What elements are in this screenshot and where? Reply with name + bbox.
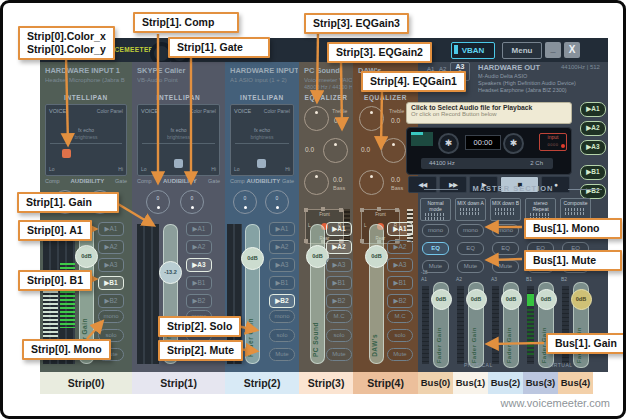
fader-track[interactable]: Fader Gain 0dB (245, 224, 260, 364)
bus-mode-button[interactable]: MIX down A (455, 198, 486, 221)
samplerate-label: 44100 Hz (429, 158, 455, 169)
comp-knob[interactable]: 0 (233, 190, 257, 214)
mute-button[interactable]: Mute (326, 348, 352, 361)
route-b2[interactable]: ▶B2 (269, 294, 295, 308)
bus-fader-track[interactable]: Fader Gain 0dB (538, 282, 554, 368)
route-a2[interactable]: ▶A2 (186, 240, 212, 254)
fader-knob[interactable]: -13.2 (159, 261, 182, 284)
solo-button[interactable]: solo (387, 329, 413, 342)
fader-track[interactable]: DAW's 0dB (369, 224, 384, 364)
intellipan-panel[interactable]: VOICE Color Panel fx echo brightness Lo … (230, 104, 294, 176)
bus-mute-button[interactable]: Mute (492, 260, 519, 273)
bus-eq-button[interactable]: EQ (492, 242, 519, 255)
mute-button[interactable]: Mute (269, 348, 295, 361)
mono-button[interactable]: mono (269, 310, 295, 323)
bus-fader-knob[interactable]: 0dB (536, 289, 557, 310)
bus-fader-knob[interactable]: 0dB (466, 289, 487, 310)
bus-fader-track[interactable]: Fader Gain 0dB (503, 282, 519, 368)
knob-dot (244, 206, 247, 209)
dynamics-labels: Comp AUDIBILITY Gate (137, 178, 220, 184)
fader-knob[interactable]: 0dB (75, 245, 98, 268)
mute-button[interactable]: Mute (387, 348, 413, 361)
strip0-label: Strip(0) (40, 372, 132, 394)
route-a3[interactable]: ▶A3 (326, 258, 352, 272)
bus-mute-button[interactable]: Mute (457, 260, 484, 273)
fader-knob[interactable]: 0dB (241, 247, 264, 270)
bus-fader-track[interactable]: Fader Gain 0dB (573, 282, 589, 368)
recorder-route-a2[interactable]: ▶A2 (580, 121, 606, 136)
route-a1[interactable]: ▶A1 (387, 222, 413, 236)
hardware-out-device-2: Speakers (High Definition Audio Device) (478, 80, 606, 86)
route-a3[interactable]: ▶A3 (269, 258, 295, 272)
bus-tag: A3 (491, 276, 497, 282)
gate-knob[interactable]: 0 (180, 190, 204, 214)
bus-fader-knob[interactable]: 0dB (501, 289, 522, 310)
recorder-route-a3[interactable]: ▶A3 (580, 140, 606, 155)
route-b2[interactable]: ▶B2 (387, 294, 413, 308)
route-b1[interactable]: ▶B1 (387, 276, 413, 290)
bus-mono-button[interactable]: mono (422, 224, 449, 237)
recorder-route-b1[interactable]: ▶B1 (580, 165, 606, 180)
intellipan-panel[interactable]: VOICE Color Panel fx echo brightness Lo … (45, 104, 127, 176)
route-a1[interactable]: ▶A1 (326, 222, 352, 236)
route-a1[interactable]: ▶A1 (186, 222, 212, 236)
route-a3[interactable]: ▶A3 (186, 258, 212, 272)
route-a3[interactable]: ▶A3 (387, 258, 413, 272)
route-b1[interactable]: ▶B1 (326, 276, 352, 290)
gate-knob[interactable]: 0 (265, 190, 289, 214)
route-a1[interactable]: ▶A1 (269, 222, 295, 236)
route-a2[interactable]: ▶A2 (326, 240, 352, 254)
route-b1[interactable]: ▶B1 (186, 276, 212, 290)
route-b2[interactable]: ▶B2 (326, 294, 352, 308)
route-a2[interactable]: ▶A2 (98, 240, 124, 254)
intellipan-panel[interactable]: VOICE Color Panel fx echo brightness Lo … (137, 104, 220, 176)
bus-mono-button[interactable]: mono (492, 224, 519, 237)
route-b2[interactable]: ▶B2 (98, 294, 124, 308)
eqgain2-value: 0.0 (305, 146, 314, 153)
eq-treble-knob[interactable] (359, 106, 384, 131)
route-b1[interactable]: ▶B1 (269, 276, 295, 290)
route-b2[interactable]: ▶B2 (186, 294, 212, 308)
route-a1[interactable]: ▶A1 (98, 222, 124, 236)
fader-label: Fader Gain (506, 327, 512, 363)
bus-fader-knob[interactable]: 0dB (431, 289, 452, 310)
eq-bass-knob[interactable] (359, 170, 384, 195)
solo-button[interactable]: solo (326, 329, 352, 342)
input-dots: 0000 (548, 142, 559, 147)
eq-mid-knob[interactable] (323, 138, 348, 163)
bass-label: Bass (391, 185, 403, 191)
minimize-button[interactable]: _ (545, 42, 561, 58)
mc-button[interactable]: M.C (387, 310, 413, 323)
route-b1[interactable]: ▶B1 (98, 276, 124, 290)
bus-tag: B1 (526, 276, 532, 282)
eq-bass-knob[interactable] (304, 170, 329, 195)
fader-knob[interactable]: 0dB (365, 245, 388, 268)
bus-fader-track[interactable]: Fader Gain 0dB (433, 282, 449, 368)
fader-track[interactable]: PC Sound 0dB (310, 224, 325, 364)
close-button[interactable]: X (564, 42, 580, 58)
bus-eq-button[interactable]: EQ (457, 242, 484, 255)
bus-mono-button[interactable]: mono (457, 224, 484, 237)
bus-fader-knob[interactable]: 0dB (571, 289, 592, 310)
bus-fader-track[interactable]: Fader Gain 0dB (468, 282, 484, 368)
colorpanel-handle[interactable] (62, 149, 71, 158)
eq-mid-knob[interactable] (381, 138, 406, 163)
route-a2[interactable]: ▶A2 (387, 240, 413, 254)
colorpanel-handle[interactable] (174, 159, 183, 168)
route-a3[interactable]: ▶A3 (98, 258, 124, 272)
route-a2[interactable]: ▶A2 (269, 240, 295, 254)
colorpanel-handle[interactable] (257, 159, 266, 168)
recorder-route-a1[interactable]: ▶A1 (580, 102, 606, 117)
bus-eq-button[interactable]: EQ (422, 242, 449, 255)
solo-button[interactable]: solo (269, 329, 295, 342)
mono-button[interactable]: mono (98, 310, 124, 323)
comp-knob[interactable]: 0 (146, 190, 170, 214)
bus-mode-button[interactable]: Normal mode (420, 198, 451, 221)
annotation-gain1: Strip[1]. Gain (17, 192, 119, 213)
vban-button[interactable]: VBAN (451, 42, 495, 59)
eq-treble-knob[interactable] (304, 106, 329, 131)
recorder-file-bar[interactable]: Click to Select Audio file for Playback … (406, 102, 572, 124)
menu-button[interactable]: Menu (502, 42, 542, 59)
bus-mode-button[interactable]: MIX down B (490, 198, 521, 221)
mc-button[interactable]: M.C (326, 310, 352, 323)
